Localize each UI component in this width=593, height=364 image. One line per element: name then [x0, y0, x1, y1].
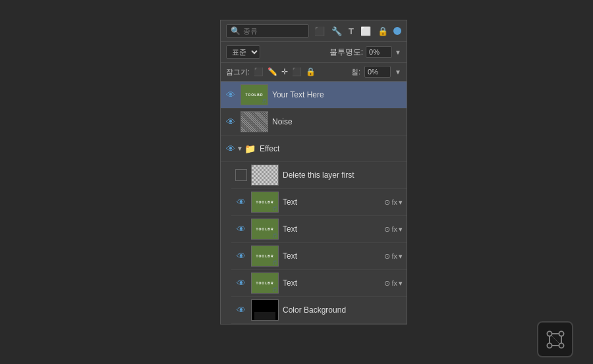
- opacity-container: 불투명도: ▼: [266, 46, 401, 58]
- layer-thumbnail: [251, 246, 279, 267]
- fx-label: fx: [391, 279, 397, 287]
- lock-artboard-icon[interactable]: ⬛: [292, 67, 302, 76]
- node-graph-widget[interactable]: [537, 321, 573, 357]
- layer-row[interactable]: 👁 Text ⊙ fx ▾: [231, 243, 407, 270]
- fx-badge[interactable]: ⊙ fx ▾: [384, 198, 403, 207]
- fx-badge[interactable]: ⊙ fx ▾: [384, 252, 403, 261]
- visibility-toggle[interactable]: 👁: [235, 196, 247, 208]
- circle-clock-icon: ⊙: [384, 279, 390, 288]
- search-box[interactable]: 🔍: [226, 24, 309, 38]
- thumb-toolbr: [252, 246, 278, 266]
- filter-toolbar: 🔍 ⬛ 🔧 T ⬜ 🔒: [221, 20, 407, 42]
- thumb-delete: [252, 165, 278, 185]
- thumb-noise: [241, 112, 268, 132]
- visibility-toggle[interactable]: 👁: [235, 250, 247, 262]
- fx-label: fx: [391, 252, 397, 260]
- layer-thumbnail: [251, 299, 279, 321]
- layer-thumbnail: [251, 219, 279, 240]
- layer-name: Effect: [260, 144, 403, 153]
- svg-point-2: [547, 343, 551, 348]
- thumb-toolbr: [252, 273, 278, 293]
- blend-opacity-row: 표준 불투명도: ▼: [221, 42, 407, 63]
- thumb-color-bg: [252, 300, 278, 320]
- visibility-toggle[interactable]: 👁: [235, 304, 247, 316]
- fx-badge[interactable]: ⊙ fx ▾: [384, 279, 403, 288]
- opacity-chevron-icon[interactable]: ▼: [395, 49, 401, 56]
- visibility-checkbox[interactable]: [235, 169, 247, 181]
- svg-point-0: [547, 331, 551, 336]
- search-icon: 🔍: [231, 26, 240, 36]
- lock-move-icon[interactable]: ✛: [281, 67, 288, 76]
- svg-point-3: [559, 343, 563, 348]
- layer-name: Text: [283, 197, 381, 207]
- layer-name: Text: [283, 224, 381, 234]
- fx-chevron-icon[interactable]: ▾: [399, 279, 403, 288]
- circle-clock-icon: ⊙: [384, 252, 390, 261]
- filter-type-icon[interactable]: T: [347, 25, 355, 38]
- visibility-toggle[interactable]: 👁: [225, 143, 237, 155]
- fx-chevron-icon[interactable]: ▾: [399, 252, 403, 261]
- fill-input[interactable]: [364, 66, 391, 78]
- fx-label: fx: [391, 198, 397, 206]
- layer-name: Text: [283, 278, 381, 288]
- circle-clock-icon: ⊙: [384, 198, 390, 207]
- opacity-label: 불투명도:: [329, 47, 363, 58]
- filter-adjust-icon[interactable]: 🔧: [330, 25, 343, 38]
- blend-mode-select[interactable]: 표준: [226, 45, 260, 59]
- thumb-toolbr: [252, 192, 278, 212]
- lock-draw-icon[interactable]: ✏️: [268, 67, 277, 76]
- layers-panel: 🔍 ⬛ 🔧 T ⬜ 🔒 표준 불투명도: ▼ 잠그기: ⬛ ✏️ ✛ ⬛ 🔒 칠…: [220, 20, 407, 325]
- thumb-toolbr: [252, 219, 278, 239]
- svg-line-8: [551, 336, 559, 343]
- layer-row[interactable]: 👁 Color Background: [231, 297, 407, 324]
- lock-fill-row: 잠그기: ⬛ ✏️ ✛ ⬛ 🔒 칠: ▼: [221, 63, 407, 82]
- folder-arrow-icon[interactable]: ▼: [237, 145, 243, 152]
- node-graph-icon: [544, 328, 567, 351]
- fill-chevron-icon[interactable]: ▼: [395, 68, 401, 76]
- layer-row-folder[interactable]: 👁 ▼ 📁 Effect: [221, 136, 407, 162]
- filter-dot: [393, 27, 401, 35]
- layer-name: Text: [283, 251, 381, 261]
- layer-name: Color Background: [283, 305, 403, 315]
- visibility-toggle[interactable]: 👁: [225, 89, 237, 101]
- circle-clock-icon: ⊙: [384, 225, 390, 234]
- opacity-input[interactable]: [366, 46, 392, 58]
- thumb-toolbr-main: [241, 85, 268, 105]
- folder-icon: 📁: [244, 143, 256, 154]
- layer-thumbnail: [240, 84, 268, 105]
- layer-name: Delete this layer first: [283, 170, 403, 180]
- layer-row[interactable]: 👁 Text ⊙ fx ▾: [231, 216, 407, 243]
- layers-list: 👁 Your Text Here 👁 Noise 👁 ▼ 📁 Effect: [221, 82, 407, 324]
- visibility-toggle[interactable]: 👁: [235, 277, 247, 289]
- search-input[interactable]: [243, 27, 276, 35]
- filter-shape-icon[interactable]: ⬜: [359, 25, 372, 38]
- layer-thumbnail: [240, 111, 268, 132]
- filter-lock-icon[interactable]: 🔒: [376, 25, 389, 38]
- layer-thumbnail: [251, 165, 279, 186]
- layer-thumbnail: [251, 273, 279, 294]
- layer-name: Your Text Here: [272, 90, 403, 99]
- layer-row[interactable]: Delete this layer first: [231, 162, 407, 189]
- fx-badge[interactable]: ⊙ fx ▾: [384, 225, 403, 234]
- svg-point-1: [559, 331, 563, 336]
- layer-thumbnail: [251, 192, 279, 213]
- lock-all-icon[interactable]: 🔒: [306, 67, 316, 76]
- layer-row[interactable]: 👁 Noise: [221, 109, 407, 136]
- layer-name: Noise: [272, 117, 403, 126]
- fx-chevron-icon[interactable]: ▾: [399, 225, 403, 234]
- fx-chevron-icon[interactable]: ▾: [399, 198, 403, 207]
- lock-pixel-icon[interactable]: ⬛: [254, 67, 264, 76]
- layer-row[interactable]: 👁 Your Text Here: [221, 82, 407, 109]
- visibility-toggle[interactable]: 👁: [225, 116, 237, 128]
- lock-row-label: 잠그기:: [226, 67, 250, 77]
- layer-row[interactable]: 👁 Text ⊙ fx ▾: [231, 270, 407, 297]
- layer-row[interactable]: 👁 Text ⊙ fx ▾: [231, 189, 407, 216]
- fx-label: fx: [391, 225, 397, 233]
- filter-pixel-icon[interactable]: ⬛: [313, 25, 326, 38]
- visibility-toggle[interactable]: 👁: [235, 223, 247, 235]
- fill-label: 칠:: [351, 67, 360, 77]
